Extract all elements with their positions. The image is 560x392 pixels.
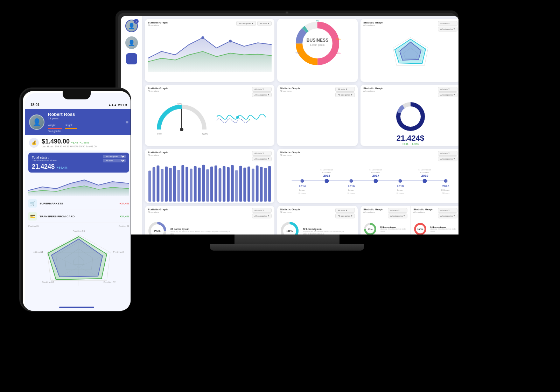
card-big-line: Statistic Graph All mentions All categor… <box>145 19 274 82</box>
small1-dropdown-stats[interactable]: All stats <box>252 208 272 213</box>
cards-grid: Statistic Graph All mentions All categor… <box>142 16 458 234</box>
svg-text:5%: 5% <box>316 20 319 22</box>
sidebar-icon-bar-chart[interactable] <box>126 53 137 64</box>
stat-small-1-num: 01 Lorem ipsum <box>170 228 233 230</box>
stat-small-2-texts: 02 Lorem ipsum adipiscing elit, sed do e… <box>303 228 348 234</box>
wave-dropdown-categories[interactable]: All categories <box>335 92 355 97</box>
dropdown-all-categories[interactable]: All categories <box>236 21 256 26</box>
card-small-4-dropdowns: All stats All categories <box>438 208 457 218</box>
wave-dropdown-stats[interactable]: All stats <box>335 87 355 92</box>
battery-icon: ■ <box>125 103 127 106</box>
card-small-2-subtitle: All mentions <box>280 211 300 213</box>
laptop-camera <box>286 12 288 14</box>
radar-dropdown-stats[interactable]: All stats <box>438 21 457 26</box>
phone-status-icons: ▲▲▲ WiFi ■ <box>108 103 127 106</box>
stat-circle-1: 25% <box>148 221 167 234</box>
card-big-line-title: Statistic Graph <box>148 21 168 24</box>
svg-text:01 Lorem ipsum: 01 Lorem ipsum <box>419 169 431 171</box>
phone-mini-chart-svg <box>28 175 129 196</box>
phone-user-header: 👤 Robert Ross 23 years Weight: Height: <box>25 109 131 135</box>
small4-dropdown-categories[interactable]: All categories <box>438 214 457 218</box>
svg-text:75%: 75% <box>368 228 373 231</box>
svg-rect-38 <box>190 169 192 202</box>
stats-value-row: 21.424$ +34.4% <box>32 162 126 170</box>
svg-text:Position 01: Position 01 <box>113 251 124 253</box>
timeline-dropdown-categories[interactable]: All categories <box>438 156 457 161</box>
bars-dropdown-stats[interactable]: All stats <box>252 151 272 156</box>
amount-dropdown-categories[interactable]: All categories <box>438 92 457 97</box>
svg-rect-56 <box>264 168 267 202</box>
gauge-dropdown-stats[interactable]: All stats <box>252 87 272 92</box>
stat-small-2-num: 02 Lorem ipsum <box>303 228 348 230</box>
supermarkets-icon: 🛒 <box>28 199 37 208</box>
small4-dropdown-stats[interactable]: All stats <box>438 208 457 213</box>
stat-small-3: Statistic Graph All mentions All stats A… <box>360 206 411 234</box>
svg-text:25%: 25% <box>336 38 341 41</box>
card-small-3-subtitle: All mentions <box>363 211 383 213</box>
small1-dropdown-categories[interactable]: All categories <box>252 214 272 218</box>
bars-dropdown-categories[interactable]: All categories <box>252 156 272 161</box>
svg-rect-37 <box>186 167 188 202</box>
svg-text:2016: 2016 <box>348 184 355 188</box>
bar-chart-mini-icon <box>128 55 135 62</box>
svg-rect-50 <box>239 166 242 202</box>
stat-small-2-desc: adipiscing elit, sed do eiusmod tempor m… <box>303 230 348 234</box>
card-small-1-header: Statistic Graph All mentions All stats A… <box>145 206 274 219</box>
sidebar-avatar-secondary[interactable]: 👤 <box>125 36 138 49</box>
radar-dropdown-categories[interactable]: All categories <box>438 27 457 31</box>
stats-select-stats[interactable]: All stats <box>103 159 126 162</box>
phone-time: 18:01 <box>30 103 40 107</box>
svg-text:Position 05: Position 05 <box>73 230 85 232</box>
card-small-2-header: Statistic Graph All mentions All stats A… <box>277 206 358 219</box>
radar-labels: Position 05 Position 01 <box>28 225 129 227</box>
card-wave: Statistic Graph All mentions All stats A… <box>277 85 358 146</box>
weight-label: Weight: <box>48 124 56 126</box>
svg-rect-49 <box>235 170 238 202</box>
card-radar-header: Statistic Graph All mentions All stats A… <box>360 19 458 32</box>
timeline-dropdown-stats[interactable]: All stats <box>438 151 457 156</box>
card-small-3-dropdowns: All stats All categories <box>388 208 407 218</box>
stat-small-1: 25% 01 Lorem ipsum adipiscing elit, sed … <box>145 219 274 234</box>
phone-screen: 18:01 ▲▲▲ WiFi ■ 👤 Robert Ross 23 years <box>23 91 131 311</box>
phone-balance: 💰 $1.490.00 +3.44 +1.88% Last Hours: 199… <box>25 135 131 150</box>
gauge-container: 25% 50% 100% ↗ <box>145 98 274 138</box>
small2-dropdown-stats[interactable]: All stats <box>335 208 355 213</box>
amount-dropdown-stats[interactable]: All stats <box>438 87 457 92</box>
balance-info: $1.490.00 +3.44 +1.88% Last Hours: 199.3… <box>39 138 128 148</box>
card-radar-title: Statistic Graph <box>363 21 383 24</box>
card-small-1: Statistic Graph All mentions All stats A… <box>145 206 274 234</box>
svg-text:75%: 75% <box>295 52 300 55</box>
phone-menu-icon[interactable]: ≡ <box>126 119 128 125</box>
svg-text:25%: 25% <box>157 133 162 135</box>
card-big-line-header: Statistic Graph All mentions All categor… <box>145 19 274 27</box>
svg-point-67 <box>423 179 427 183</box>
amount-changes: +3.3$ +1.88% <box>363 143 457 145</box>
stat-small-3-texts: 03 Lorem ipsum adipiscing elit sed do ei… <box>380 226 407 232</box>
small3-dropdown-stats[interactable]: All stats <box>388 208 407 213</box>
sidebar-avatar-active[interactable]: 👤 <box>125 20 138 32</box>
small3-dropdown-categories[interactable]: All categories <box>388 214 407 218</box>
dropdown-all-stats[interactable]: All stats <box>257 21 272 26</box>
svg-rect-52 <box>247 167 250 202</box>
svg-text:2017: 2017 <box>372 174 379 177</box>
amount-change-1: +3.3$ <box>402 143 408 145</box>
card-gauge-subtitle: All mentions <box>148 90 168 92</box>
svg-text:2015: 2015 <box>323 174 330 177</box>
stat-small-4-texts: 04 Lorem ipsum adipiscing elit sed do ei… <box>430 226 457 232</box>
gauge-dropdown-categories[interactable]: All categories <box>252 92 272 97</box>
phone-metrics: Weight: Height: <box>48 121 122 129</box>
svg-rect-30 <box>157 166 160 202</box>
timeline-container: 2015 02 Lorem 01 Lorem ipsum 2017 04 Lor… <box>277 162 458 201</box>
svg-point-0 <box>201 36 204 39</box>
card-bars-title: Statistic Graph <box>148 151 168 154</box>
card-gauge-title: Statistic Graph <box>148 87 168 90</box>
phone-content: 18:01 ▲▲▲ WiFi ■ 👤 Robert Ross 23 years <box>25 93 131 311</box>
stats-selects: All categories All stats <box>103 155 126 162</box>
card-gauge-dropdowns: All stats All categories <box>252 87 272 97</box>
small2-dropdown-categories[interactable]: All categories <box>335 214 355 218</box>
phone-weight-metric: Weight: <box>48 121 62 129</box>
stats-title: Total stats : <box>32 156 57 159</box>
stats-select-categories[interactable]: All categories <box>103 155 126 158</box>
card-wave-title: Statistic Graph <box>280 87 300 90</box>
balance-value: $1.490.00 <box>42 138 70 145</box>
